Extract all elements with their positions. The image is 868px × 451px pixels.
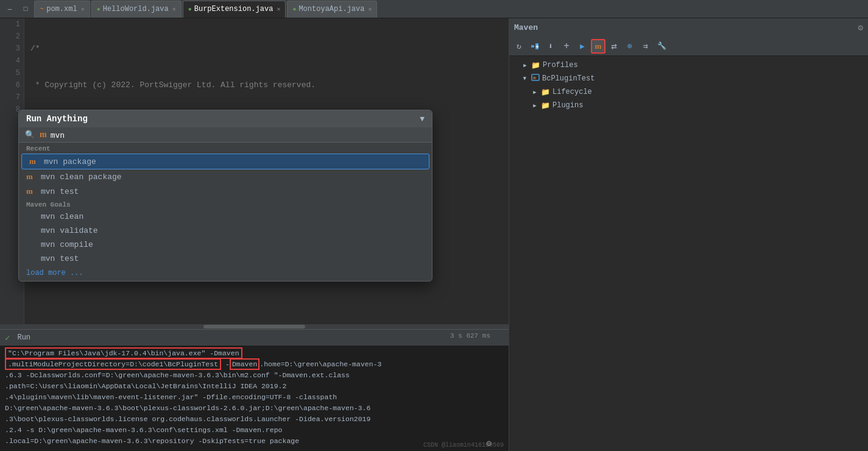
tab-pom-xml-label: pom.xml [46,5,77,13]
tab-montoyaapi-close[interactable]: ✕ [368,5,372,13]
maven-goals-section-label: Maven Goals [19,199,432,210]
recent-item-mvn-clean-package[interactable]: m mvn clean package [19,169,432,184]
maven-run-btn[interactable]: ▶ [575,39,590,54]
scrollbar-thumb[interactable] [203,325,305,328]
profiles-arrow[interactable]: ▶ [521,62,529,69]
maven-download-btn[interactable]: ⬇ [543,39,558,54]
run-anything-header: Run Anything ▼ [19,110,432,127]
load-more-label: load more ... [26,269,83,277]
svg-rect-0 [531,45,534,48]
tab-montoyaapi[interactable]: ● MontoyaApi.java ✕ [287,1,377,18]
bcplugintest-label: BcPluginTest [542,74,595,83]
plugins-label: Plugins [552,101,583,110]
maven-refresh-btn[interactable]: ↻ [512,39,526,54]
search-icon: 🔍 [25,130,35,140]
bcplugintest-module-icon: m [531,73,540,84]
window-restore[interactable]: □ [18,2,33,16]
tab-helloworld-label: HelloWorld.java [103,5,169,13]
lifecycle-label: Lifecycle [552,88,592,96]
terminal-line-3: .6.3 -Dclassworlds.conf=D:\green\apache-… [5,371,350,379]
svg-text:m: m [533,75,536,80]
maven-gear-icon[interactable]: ⚙ [858,23,863,33]
profiles-folder-icon: 📁 [531,61,540,70]
mvn-clean-package-label: mvn clean package [41,172,122,182]
maven-m-btn[interactable]: m [591,39,605,54]
maven-header: Maven ⚙ [509,18,868,37]
terminal-line-5: .4\plugins\maven\lib\maven-event-listene… [5,393,337,401]
maven-add-btn[interactable]: + [528,39,542,54]
run-anything-filter-icon[interactable]: ▼ [420,115,425,124]
mvn-test-label: mvn test [41,187,79,196]
maven-toggle-btn[interactable]: ⇄ [607,39,621,54]
terminal-line-9: .local=D:\green\apache-maven-3.6.3\repos… [5,437,299,445]
tab-helloworld-close[interactable]: ✕ [172,5,176,13]
tree-item-plugins[interactable]: ▶ 📁 Plugins [509,99,868,112]
maven-tree: ▶ 📁 Profiles ▶ m BcPluginTest [509,56,868,451]
window-minimize[interactable]: — [2,2,17,16]
tab-burpextension-close[interactable]: ✕ [277,5,280,13]
maven-title: Maven [514,23,538,32]
terminal-line-7: .3\boot\plexus-classworlds.license org.c… [5,415,370,423]
terminal-cmd-cont: -Dmaven.home=D:\green\apache-maven-3 [221,358,381,370]
maven-toolbar: ↻ + ⬇ + ▶ m ⇄ ⊕ ⇉ 🔧 [509,37,868,56]
tab-helloworld[interactable]: ● HelloWorld.java ✕ [91,1,182,18]
tree-item-bcplugintest[interactable]: ▶ m BcPluginTest [509,72,868,85]
lifecycle-arrow[interactable]: ▶ [531,88,538,96]
tab-pom-xml-close[interactable]: ✕ [81,5,85,13]
svg-text:+: + [535,44,539,51]
plugins-arrow[interactable]: ▶ [531,102,538,109]
recent-section-label: Recent [19,143,432,154]
tree-item-lifecycle[interactable]: ▶ 📁 Lifecycle [509,85,868,99]
maven-skip-btn[interactable]: ⇉ [638,39,653,54]
tree-item-profiles[interactable]: ▶ 📁 Profiles [509,59,868,72]
run-anything-input[interactable] [51,130,426,140]
code-line-2: * Copyright (c) 2022. PortSwigger Ltd. A… [30,79,316,91]
burpextension-dot: ● [188,6,192,13]
goal-item-clean[interactable]: mvn clean [19,210,432,224]
terminal-area: ✓ Run 3 s 627 ms "C:\Program Files\Java\… [0,329,509,451]
terminal-highlighted-cmd: "C:\Program Files\Java\jdk-17.0.4\bin\ja… [5,347,242,359]
horizontal-scrollbar[interactable] [0,324,509,329]
terminal-gear-icon[interactable]: ⚙ [487,438,492,449]
goal-test-label: mvn test [41,254,79,263]
search-maven-icon: m [40,130,47,140]
goal-item-test[interactable]: mvn test [19,252,432,266]
montoyaapi-dot: ● [292,6,296,13]
run-anything-dialog: Run Anything ▼ 🔍 m Recent m mvn package … [18,110,432,282]
tab-burpextension-label: BurpExtension.java [194,5,273,13]
helloworld-dot: ● [97,6,101,13]
tab-pom-xml[interactable]: ~ pom.xml ✕ [34,1,90,18]
tab-bar: — □ ~ pom.xml ✕ ● HelloWorld.java ✕ ● Bu… [0,0,868,18]
goal-compile-label: mvn compile [41,240,93,249]
recent-item-mvn-test[interactable]: m mvn test [19,184,432,199]
terminal-line-6: D:\green\apache-maven-3.6.3\boot\plexus-… [5,404,370,412]
mvn-test-maven-icon: m [26,186,36,196]
maven-execute-btn[interactable]: + [559,39,574,54]
maven-settings-btn[interactable]: ⊕ [623,39,637,54]
mvn-clean-package-maven-icon: m [26,172,36,182]
maven-wrench-btn[interactable]: 🔧 [654,39,669,54]
lifecycle-folder-icon: 📁 [541,88,550,97]
load-more-button[interactable]: load more ... [19,266,432,281]
bcplugintest-arrow[interactable]: ▶ [521,75,529,82]
terminal-status: 3 s 627 ms [450,332,490,339]
plugins-folder-icon: 📁 [541,101,550,110]
watermark: CSDN @liaomin416100569 [423,442,504,449]
terminal-highlighted-cmd2: .multiModuleProjectDirectory=D:\code1\Bc… [5,358,221,370]
tab-burpextension[interactable]: ● BurpExtension.java ✕ [183,1,286,18]
mvn-package-label: mvn package [44,157,96,166]
code-line-1: /* [30,43,40,55]
goal-clean-label: mvn clean [41,212,83,221]
profiles-label: Profiles [543,61,578,69]
goal-item-validate[interactable]: mvn validate [19,224,432,238]
terminal-line-4: .path=C:\Users\liaomin\AppData\Local\Jet… [5,382,286,390]
run-anything-title: Run Anything [26,114,88,124]
goal-item-compile[interactable]: mvn compile [19,238,432,252]
mvn-package-maven-icon: m [29,157,39,166]
recent-item-mvn-package[interactable]: m mvn package [21,154,429,169]
goal-validate-label: mvn validate [41,226,98,235]
check-icon: ✓ [5,333,10,343]
pom-tab-tilde: ~ [40,5,44,13]
terminal-content: "C:\Program Files\Java\jdk-17.0.4\bin\ja… [0,346,509,451]
tab-montoyaapi-label: MontoyaApi.java [298,5,364,13]
